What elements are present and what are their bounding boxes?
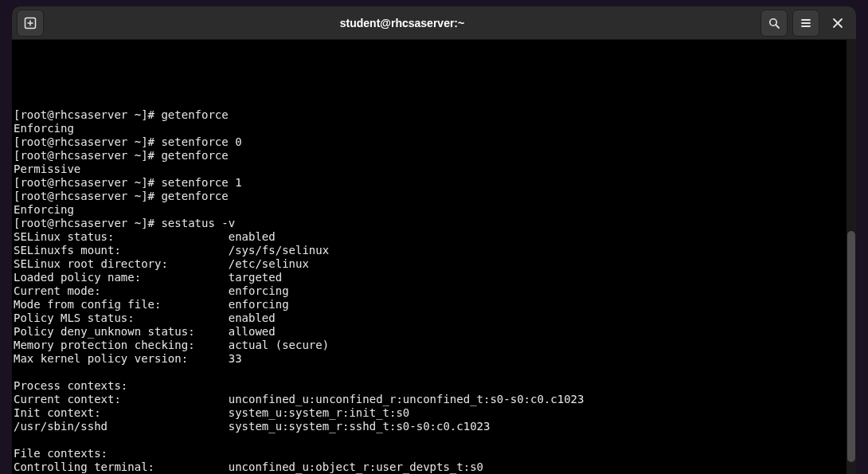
search-icon [768, 17, 780, 29]
search-button[interactable] [760, 10, 788, 37]
terminal-window: student@rhcsaserver:~ [12, 6, 856, 474]
titlebar: student@rhcsaserver:~ [12, 6, 856, 40]
window-title: student@rhcsaserver:~ [44, 17, 760, 29]
close-button[interactable] [824, 10, 851, 37]
close-icon [832, 18, 843, 29]
hamburger-icon [800, 17, 812, 29]
scrollbar-track[interactable] [846, 40, 856, 474]
menu-button[interactable] [792, 10, 819, 37]
scrollbar-thumb[interactable] [847, 231, 855, 462]
terminal-body[interactable]: [root@rhcsaserver ~]# getenforce Enforci… [12, 40, 856, 474]
terminal-output: [root@rhcsaserver ~]# getenforce Enforci… [14, 40, 845, 474]
new-tab-button[interactable] [17, 10, 44, 37]
new-tab-icon [24, 17, 37, 29]
svg-line-4 [776, 25, 779, 28]
